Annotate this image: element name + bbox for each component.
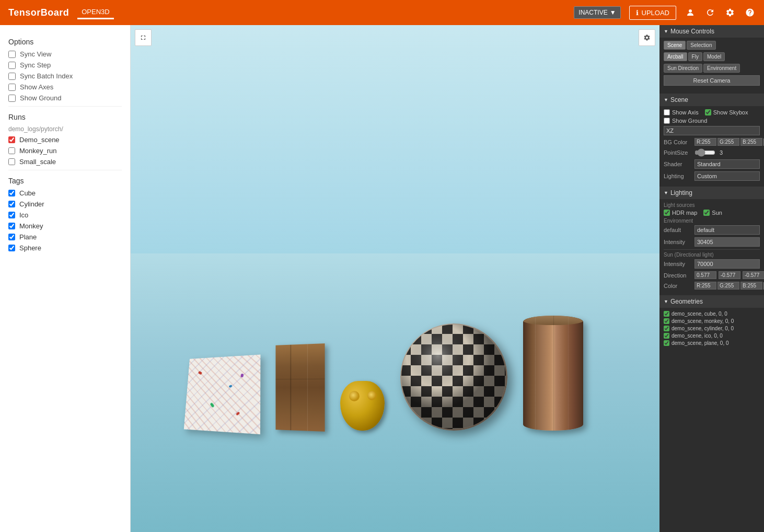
show-axis-checkbox[interactable] xyxy=(664,109,670,115)
show-ground-checkbox[interactable] xyxy=(8,95,16,102)
scene-tab-btn[interactable]: Scene xyxy=(664,41,686,50)
mouse-controls-header[interactable]: ▼ Mouse Controls xyxy=(659,25,764,38)
geo-item-monkey: demo_scene, monkey, 0, 0 xyxy=(664,318,760,324)
wood-cylinder xyxy=(523,316,583,431)
geo-plane-checkbox[interactable] xyxy=(664,340,669,346)
dir-x-input[interactable] xyxy=(694,271,716,279)
sync-step-checkbox[interactable] xyxy=(8,62,16,69)
sync-view-checkbox[interactable] xyxy=(8,51,16,58)
mode-btn-group: Arcball Fly Model xyxy=(664,52,725,61)
shader-select[interactable]: Standard Unlit NormalMap DepthMap xyxy=(694,159,760,169)
sun-intensity-row: Intensity xyxy=(664,259,760,269)
open3d-tab[interactable]: OPEN3D xyxy=(77,6,113,19)
sync-view-label: Sync View xyxy=(20,50,51,58)
lighting-header[interactable]: ▼ Lighting xyxy=(659,187,764,199)
tag-item-plane: Plane xyxy=(8,233,122,241)
sun-r-input[interactable] xyxy=(694,282,716,290)
sun-checkbox[interactable] xyxy=(703,210,710,216)
app-logo: TensorBoard xyxy=(8,7,69,18)
mode-btns-row: Arcball Fly Model xyxy=(664,52,760,61)
hdr-map-checkbox[interactable] xyxy=(664,210,670,216)
mouse-controls-title: Mouse Controls xyxy=(670,28,714,35)
show-skybox-checkbox[interactable] xyxy=(705,109,711,115)
plane-row: XZ XY YZ xyxy=(664,126,760,135)
fly-btn[interactable]: Fly xyxy=(688,52,702,61)
geo-cylinder-checkbox[interactable] xyxy=(664,326,669,331)
run-monkey-checkbox[interactable] xyxy=(8,147,15,154)
tag-cylinder-label: Cylinder xyxy=(19,200,44,208)
bg-g-input[interactable] xyxy=(717,138,739,146)
main-area: Options Sync View Sync Step Sync Batch I… xyxy=(0,25,764,532)
geo-cube-checkbox[interactable] xyxy=(664,311,669,317)
tag-cylinder-checkbox[interactable] xyxy=(8,201,15,207)
plane-select[interactable]: XZ XY YZ xyxy=(664,126,760,135)
geometries-header[interactable]: ▼ Geometries xyxy=(659,295,764,308)
show-ground-label: Show Ground xyxy=(20,94,62,102)
hdr-map-label: HDR map xyxy=(672,210,697,216)
checker-sphere xyxy=(400,323,507,431)
scene-selection-group: Scene Selection xyxy=(664,41,716,50)
environment-label: Environment xyxy=(664,218,760,224)
hdr-select[interactable]: default neutral crossroads xyxy=(694,225,760,235)
bg-b-input[interactable] xyxy=(740,138,762,146)
tag-sphere-checkbox[interactable] xyxy=(8,245,15,251)
tag-monkey-checkbox[interactable] xyxy=(8,223,15,229)
viewport-toolbar xyxy=(135,29,152,46)
dir-z-input[interactable] xyxy=(743,271,764,279)
tags-title: Tags xyxy=(8,177,122,185)
viewport-settings-button[interactable] xyxy=(639,29,655,46)
env-intensity-input[interactable] xyxy=(694,237,760,247)
geo-ico-checkbox[interactable] xyxy=(664,333,669,339)
light-sources-label: Light sources xyxy=(664,202,760,208)
lighting-title: Lighting xyxy=(670,189,692,196)
shader-row: Shader Standard Unlit NormalMap DepthMap xyxy=(664,159,760,169)
help-icon[interactable] xyxy=(744,7,756,18)
divider2 xyxy=(8,170,122,170)
geo-item-cylinder: demo_scene, cylinder, 0, 0 xyxy=(664,326,760,331)
gear-icon[interactable] xyxy=(724,7,736,18)
dir-y-input[interactable] xyxy=(719,271,740,279)
lighting-select[interactable]: Custom Default Hard Soft None xyxy=(694,171,760,181)
tag-ico-checkbox[interactable] xyxy=(8,212,15,218)
geo-monkey-label: demo_scene, monkey, 0, 0 xyxy=(672,318,734,324)
bg-r-input[interactable] xyxy=(694,138,716,146)
option-sync-step: Sync Step xyxy=(8,61,122,69)
sun-intensity-label: Intensity xyxy=(664,261,692,267)
refresh-icon[interactable] xyxy=(704,7,716,18)
sun-b-input[interactable] xyxy=(740,282,762,290)
tag-item-ico: Ico xyxy=(8,211,122,219)
arcball-btn[interactable]: Arcball xyxy=(664,52,687,61)
scene-canvas xyxy=(131,25,659,532)
scene-header[interactable]: ▼ Scene xyxy=(659,94,764,106)
sun-g-input[interactable] xyxy=(717,282,739,290)
status-indicator[interactable]: INACTIVE ▼ xyxy=(574,6,620,19)
sun-direction-btn[interactable]: Sun Direction xyxy=(664,64,702,73)
show-ground-right-checkbox[interactable] xyxy=(664,118,670,124)
status-text: INACTIVE xyxy=(578,9,607,16)
geometries-arrow: ▼ xyxy=(664,299,668,304)
run-demo-checkbox[interactable] xyxy=(8,136,15,143)
tag-plane-label: Plane xyxy=(19,233,37,241)
option-sync-view: Sync View xyxy=(8,50,122,58)
reset-camera-btn[interactable]: Reset Camera xyxy=(664,75,760,86)
show-axes-checkbox[interactable] xyxy=(8,84,16,91)
selection-tab-btn[interactable]: Selection xyxy=(687,41,715,50)
geo-monkey-checkbox[interactable] xyxy=(664,318,669,324)
model-btn[interactable]: Model xyxy=(703,52,725,61)
run-small-checkbox[interactable] xyxy=(8,158,15,165)
option-sync-batch: Sync Batch Index xyxy=(8,72,122,80)
upload-button[interactable]: ℹ UPLOAD xyxy=(629,6,676,20)
sun-intensity-input[interactable] xyxy=(694,259,760,269)
fullscreen-button[interactable] xyxy=(135,29,152,46)
direction-row: Direction xyxy=(664,271,760,279)
tag-cube-checkbox[interactable] xyxy=(8,190,15,196)
objects-layer xyxy=(183,316,633,431)
pointsize-slider[interactable] xyxy=(694,148,715,157)
topbar: TensorBoard OPEN3D INACTIVE ▼ ℹ UPLOAD xyxy=(0,0,764,25)
person-icon[interactable] xyxy=(685,7,696,18)
hdr-select-wrap: default neutral crossroads xyxy=(694,225,760,235)
sync-batch-checkbox[interactable] xyxy=(8,73,16,80)
tag-plane-checkbox[interactable] xyxy=(8,234,15,240)
environment-btn[interactable]: Environment xyxy=(703,64,740,73)
viewport[interactable] xyxy=(131,25,659,532)
